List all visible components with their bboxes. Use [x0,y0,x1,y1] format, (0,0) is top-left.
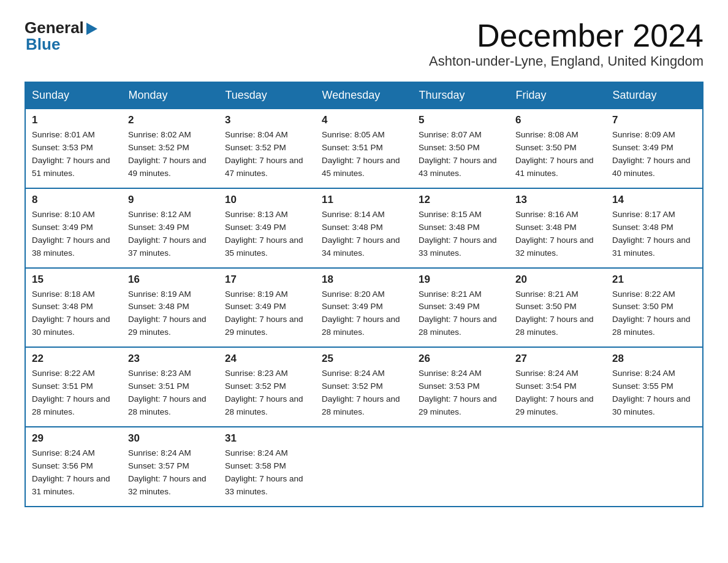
sunrise-text: Sunrise: 8:24 AM [32,448,95,458]
table-row: 5 Sunrise: 8:07 AM Sunset: 3:50 PM Dayli… [412,109,509,188]
col-wednesday: Wednesday [316,82,412,109]
table-row: 17 Sunrise: 8:19 AM Sunset: 3:49 PM Dayl… [219,268,316,348]
table-row: 15 Sunrise: 8:18 AM Sunset: 3:48 PM Dayl… [25,268,122,348]
daylight-text: Daylight: 7 hours and 29 minutes. [128,315,207,337]
sunrise-text: Sunrise: 8:19 AM [128,289,191,299]
day-info: Sunrise: 8:23 AM Sunset: 3:52 PM Dayligh… [225,367,309,419]
col-tuesday: Tuesday [219,82,316,109]
day-info: Sunrise: 8:22 AM Sunset: 3:51 PM Dayligh… [32,367,116,419]
sunrise-text: Sunrise: 8:20 AM [322,289,385,299]
sunset-text: Sunset: 3:49 PM [225,223,286,232]
daylight-text: Daylight: 7 hours and 29 minutes. [225,315,303,337]
sunrise-text: Sunrise: 8:15 AM [419,210,482,219]
sunset-text: Sunset: 3:58 PM [225,461,286,470]
sunset-text: Sunset: 3:48 PM [128,302,189,311]
day-number: 27 [515,353,600,365]
sunset-text: Sunset: 3:48 PM [612,223,673,232]
calendar-week-row: 29 Sunrise: 8:24 AM Sunset: 3:56 PM Dayl… [25,427,703,507]
sunrise-text: Sunrise: 8:19 AM [225,289,288,299]
day-number: 23 [128,353,213,365]
table-row: 9 Sunrise: 8:12 AM Sunset: 3:49 PM Dayli… [122,188,219,268]
sunrise-text: Sunrise: 8:05 AM [322,130,385,139]
table-row: 29 Sunrise: 8:24 AM Sunset: 3:56 PM Dayl… [25,427,122,507]
daylight-text: Daylight: 7 hours and 28 minutes. [128,394,207,416]
day-number: 30 [128,432,213,445]
col-sunday: Sunday [25,82,122,109]
day-info: Sunrise: 8:16 AM Sunset: 3:48 PM Dayligh… [515,209,600,260]
sunrise-text: Sunrise: 8:22 AM [612,289,675,299]
day-info: Sunrise: 8:14 AM Sunset: 3:48 PM Dayligh… [322,209,406,260]
sunrise-text: Sunrise: 8:17 AM [612,210,675,219]
day-number: 16 [128,274,213,286]
sunset-text: Sunset: 3:52 PM [322,381,383,391]
table-row: 13 Sunrise: 8:16 AM Sunset: 3:48 PM Dayl… [509,188,606,268]
day-number: 21 [612,274,696,286]
sunset-text: Sunset: 3:50 PM [515,302,577,311]
col-thursday: Thursday [412,82,509,109]
sunset-text: Sunset: 3:48 PM [32,302,93,311]
daylight-text: Daylight: 7 hours and 38 minutes. [32,236,110,258]
sunset-text: Sunset: 3:53 PM [32,143,93,152]
table-row [412,427,509,507]
day-info: Sunrise: 8:19 AM Sunset: 3:48 PM Dayligh… [128,288,213,340]
page-header: General Blue December 2024 Ashton-under-… [25,18,703,69]
title-block: December 2024 Ashton-under-Lyne, England… [429,18,703,69]
sunset-text: Sunset: 3:52 PM [128,143,189,152]
sunrise-text: Sunrise: 8:01 AM [32,130,95,139]
table-row: 16 Sunrise: 8:19 AM Sunset: 3:48 PM Dayl… [122,268,219,348]
calendar-table: Sunday Monday Tuesday Wednesday Thursday… [25,82,703,507]
day-number: 17 [225,274,309,286]
day-info: Sunrise: 8:23 AM Sunset: 3:51 PM Dayligh… [128,367,213,419]
table-row: 1 Sunrise: 8:01 AM Sunset: 3:53 PM Dayli… [25,109,122,188]
daylight-text: Daylight: 7 hours and 40 minutes. [612,156,691,178]
day-number: 5 [419,114,503,126]
day-number: 29 [32,432,116,445]
sunset-text: Sunset: 3:48 PM [419,223,480,232]
daylight-text: Daylight: 7 hours and 29 minutes. [419,394,497,416]
days-of-week-row: Sunday Monday Tuesday Wednesday Thursday… [25,82,703,109]
table-row: 28 Sunrise: 8:24 AM Sunset: 3:55 PM Dayl… [606,347,703,427]
daylight-text: Daylight: 7 hours and 51 minutes. [32,156,110,178]
day-info: Sunrise: 8:24 AM Sunset: 3:54 PM Dayligh… [515,367,600,419]
day-info: Sunrise: 8:24 AM Sunset: 3:57 PM Dayligh… [128,447,213,499]
daylight-text: Daylight: 7 hours and 31 minutes. [612,236,691,258]
col-friday: Friday [509,82,606,109]
day-number: 9 [128,194,213,206]
daylight-text: Daylight: 7 hours and 33 minutes. [419,236,497,258]
day-info: Sunrise: 8:17 AM Sunset: 3:48 PM Dayligh… [612,209,696,260]
table-row: 6 Sunrise: 8:08 AM Sunset: 3:50 PM Dayli… [509,109,606,188]
sunrise-text: Sunrise: 8:24 AM [128,448,191,458]
sunrise-text: Sunrise: 8:23 AM [225,369,288,378]
day-info: Sunrise: 8:24 AM Sunset: 3:55 PM Dayligh… [612,367,696,419]
sunrise-text: Sunrise: 8:16 AM [515,210,578,219]
sunrise-text: Sunrise: 8:22 AM [32,369,95,378]
day-info: Sunrise: 8:04 AM Sunset: 3:52 PM Dayligh… [225,129,309,180]
daylight-text: Daylight: 7 hours and 33 minutes. [225,474,303,496]
daylight-text: Daylight: 7 hours and 34 minutes. [322,236,400,258]
day-number: 8 [32,194,116,206]
calendar-week-row: 15 Sunrise: 8:18 AM Sunset: 3:48 PM Dayl… [25,268,703,348]
sunset-text: Sunset: 3:51 PM [128,381,189,391]
logo-blue-text: Blue [26,35,60,54]
table-row: 4 Sunrise: 8:05 AM Sunset: 3:51 PM Dayli… [316,109,412,188]
sunrise-text: Sunrise: 8:24 AM [515,369,578,378]
sunset-text: Sunset: 3:49 PM [612,143,673,152]
day-info: Sunrise: 8:24 AM Sunset: 3:53 PM Dayligh… [419,367,503,419]
day-info: Sunrise: 8:15 AM Sunset: 3:48 PM Dayligh… [419,209,503,260]
day-info: Sunrise: 8:05 AM Sunset: 3:51 PM Dayligh… [322,129,406,180]
sunset-text: Sunset: 3:49 PM [128,223,189,232]
sunset-text: Sunset: 3:57 PM [128,461,189,470]
day-info: Sunrise: 8:13 AM Sunset: 3:49 PM Dayligh… [225,209,309,260]
daylight-text: Daylight: 7 hours and 28 minutes. [515,315,594,337]
table-row: 31 Sunrise: 8:24 AM Sunset: 3:58 PM Dayl… [219,427,316,507]
day-info: Sunrise: 8:20 AM Sunset: 3:49 PM Dayligh… [322,288,406,340]
day-number: 13 [515,194,600,206]
table-row: 18 Sunrise: 8:20 AM Sunset: 3:49 PM Dayl… [316,268,412,348]
day-info: Sunrise: 8:24 AM Sunset: 3:52 PM Dayligh… [322,367,406,419]
calendar-header: Sunday Monday Tuesday Wednesday Thursday… [25,82,703,109]
col-saturday: Saturday [606,82,703,109]
day-number: 19 [419,274,503,286]
daylight-text: Daylight: 7 hours and 43 minutes. [419,156,497,178]
daylight-text: Daylight: 7 hours and 28 minutes. [322,394,400,416]
daylight-text: Daylight: 7 hours and 28 minutes. [225,394,303,416]
